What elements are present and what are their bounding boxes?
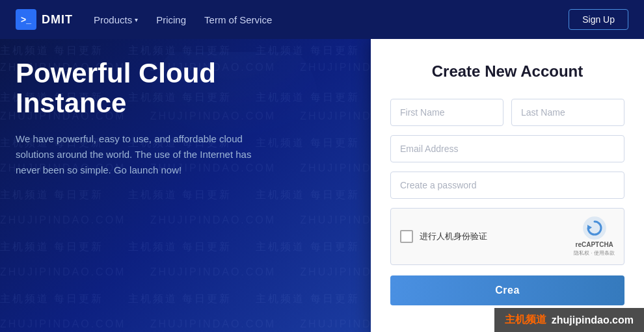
hero-description: We have powerful, easy to use, and affor… [16,131,263,178]
svg-point-1 [584,217,606,239]
watermark-row-8: ZHUJIPINDAO.COM ZHUJIPINDAO.COM ZHUJIPIN… [0,214,426,226]
logo[interactable]: >_ DMIT [16,9,73,30]
bottom-watermark-bar: 主机频道 zhujipindao.com [494,308,644,332]
nav-item-tos-label: Term of Service [204,14,272,25]
nav-item-tos[interactable]: Term of Service [204,14,272,25]
recaptcha-label: 进行人机身份验证 [420,231,487,242]
create-account-button[interactable]: Crea [390,275,624,305]
first-name-input[interactable] [390,99,503,126]
bottom-watermark-url: zhujipindao.com [552,314,634,326]
nav-item-pricing-label: Pricing [156,14,186,25]
recaptcha-checkbox[interactable] [400,230,413,243]
logo-text: DMIT [42,13,73,27]
watermark-row-10: ZHUJIPINDAO.COM ZHUJIPINDAO.COM ZHUJIPIN… [0,266,426,278]
form-title: Create New Account [390,62,624,81]
navbar: >_ DMIT Products ▾ Pricing Term of Servi… [0,0,644,39]
watermark-row-11: 主机频道 每日更新 主机频道 每日更新 主机频道 每日更新 [0,292,360,306]
nav-links: Products ▾ Pricing Term of Service [94,14,569,25]
hero-title: Powerful Cloud Instance [16,58,267,118]
watermark-row-12: ZHUJIPINDAO.COM ZHUJIPINDAO.COM ZHUJIPIN… [0,318,426,330]
hero-content: Powerful Cloud Instance We have powerful… [16,58,267,178]
password-input[interactable] [390,172,624,199]
nav-item-products[interactable]: Products ▾ [94,14,138,25]
recaptcha-right: reCAPTCHA 隐私权 · 使用条款 [574,216,615,257]
hero-section: 主机频道 每日更新 主机频道 每日更新 主机频道 每日更新 ZHUJIPINDA… [0,0,644,332]
recaptcha-widget[interactable]: 进行人机身份验证 reCAPTCHA 隐私权 · 使用条款 [390,208,624,265]
recaptcha-brand-label: reCAPTCHA [575,241,613,248]
bottom-watermark-cn: 主机频道 [505,313,546,327]
signup-button[interactable]: Sign Up [569,9,628,30]
recaptcha-logo-icon [583,216,606,240]
nav-item-products-label: Products [94,14,132,25]
recaptcha-left: 进行人机身份验证 [400,230,487,243]
chevron-down-icon: ▾ [135,16,138,23]
email-input[interactable] [390,135,624,162]
registration-form-panel: Create New Account 进行人机身份验证 reCAPTCHA [371,39,644,332]
watermark-row-9: 主机频道 每日更新 主机频道 每日更新 主机频道 每日更新 [0,240,360,254]
recaptcha-links-label: 隐私权 · 使用条款 [574,249,615,257]
logo-icon: >_ [16,9,36,30]
nav-item-pricing[interactable]: Pricing [156,14,186,25]
name-row [390,99,624,126]
last-name-input[interactable] [511,99,624,126]
